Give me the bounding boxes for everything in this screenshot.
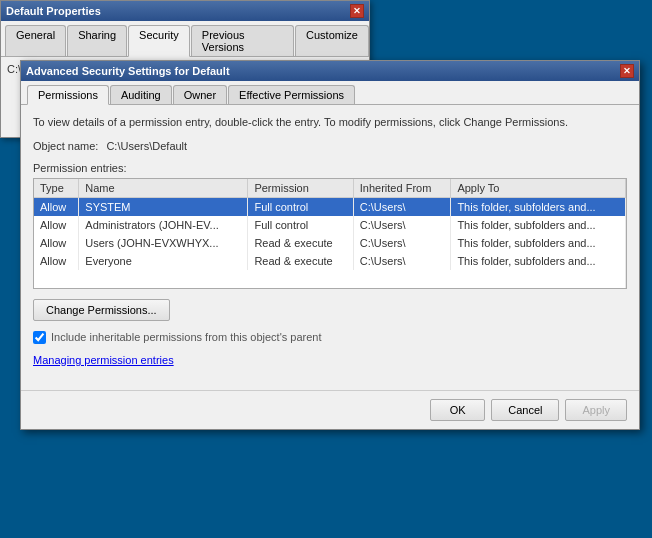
adv-titlebar: Advanced Security Settings for Default ✕: [21, 61, 639, 81]
cell-inherited: C:\Users\: [353, 252, 451, 270]
apply-button[interactable]: Apply: [565, 399, 627, 421]
change-perms-wrapper: Change Permissions...: [33, 299, 627, 331]
cell-apply-to: This folder, subfolders and...: [451, 216, 626, 234]
cell-apply-to: This folder, subfolders and...: [451, 198, 626, 216]
perm-table-wrapper: Type Name Permission Inherited From Appl…: [33, 178, 627, 289]
table-row[interactable]: Allow Everyone Read & execute C:\Users\ …: [34, 252, 626, 270]
cell-permission: Read & execute: [248, 252, 353, 270]
cell-inherited: C:\Users\: [353, 198, 451, 216]
cell-type: Allow: [34, 234, 79, 252]
inherit-checkbox-row: Include inheritable permissions from thi…: [33, 331, 627, 344]
table-row-empty: [34, 270, 626, 288]
object-name-label: Object name:: [33, 140, 98, 152]
adv-tab-permissions[interactable]: Permissions: [27, 85, 109, 105]
cancel-button[interactable]: Cancel: [491, 399, 559, 421]
perm-entries-label: Permission entries:: [33, 162, 627, 174]
object-name-value: C:\Users\Default: [106, 140, 187, 152]
outer-close-button[interactable]: ✕: [350, 4, 364, 18]
outer-tab-general[interactable]: General: [5, 25, 66, 56]
col-type: Type: [34, 179, 79, 198]
cell-name: SYSTEM: [79, 198, 248, 216]
object-name-row: Object name: C:\Users\Default: [33, 140, 627, 152]
outer-tab-customize[interactable]: Customize: [295, 25, 369, 56]
table-row[interactable]: Allow Users (JOHN-EVXWHYX... Read & exec…: [34, 234, 626, 252]
col-apply-to: Apply To: [451, 179, 626, 198]
inherit-checkbox[interactable]: [33, 331, 46, 344]
outer-window-title: Default Properties: [6, 5, 350, 17]
adv-dialog-title: Advanced Security Settings for Default: [26, 65, 620, 77]
adv-footer: OK Cancel Apply: [21, 390, 639, 429]
ok-button[interactable]: OK: [430, 399, 485, 421]
perm-table-header: Type Name Permission Inherited From Appl…: [34, 179, 626, 198]
col-name: Name: [79, 179, 248, 198]
managing-permission-entries-link[interactable]: Managing permission entries: [33, 354, 627, 366]
adv-security-dialog: Advanced Security Settings for Default ✕…: [20, 60, 640, 430]
cell-name: Users (JOHN-EVXWHYX...: [79, 234, 248, 252]
outer-tab-security[interactable]: Security: [128, 25, 190, 57]
outer-tab-previous-versions[interactable]: Previous Versions: [191, 25, 294, 56]
cell-name: Everyone: [79, 252, 248, 270]
adv-body: To view details of a permission entry, d…: [21, 105, 639, 390]
cell-apply-to: This folder, subfolders and...: [451, 234, 626, 252]
cell-permission: Full control: [248, 198, 353, 216]
adv-close-button[interactable]: ✕: [620, 64, 634, 78]
cell-name: Administrators (JOHN-EV...: [79, 216, 248, 234]
cell-type: Allow: [34, 216, 79, 234]
outer-tabs: General Sharing Security Previous Versio…: [1, 21, 369, 57]
cell-type: Allow: [34, 252, 79, 270]
cell-permission: Full control: [248, 216, 353, 234]
adv-tab-auditing[interactable]: Auditing: [110, 85, 172, 104]
table-row[interactable]: Allow Administrators (JOHN-EV... Full co…: [34, 216, 626, 234]
change-permissions-button[interactable]: Change Permissions...: [33, 299, 170, 321]
perm-table-body: Allow SYSTEM Full control C:\Users\ This…: [34, 198, 626, 288]
inherit-checkbox-label: Include inheritable permissions from thi…: [51, 331, 322, 343]
cell-permission: Read & execute: [248, 234, 353, 252]
perm-table: Type Name Permission Inherited From Appl…: [34, 179, 626, 288]
cell-type: Allow: [34, 198, 79, 216]
outer-titlebar: Default Properties ✕: [1, 1, 369, 21]
outer-tab-sharing[interactable]: Sharing: [67, 25, 127, 56]
col-permission: Permission: [248, 179, 353, 198]
adv-tab-owner[interactable]: Owner: [173, 85, 227, 104]
cell-apply-to: This folder, subfolders and...: [451, 252, 626, 270]
adv-tabs: Permissions Auditing Owner Effective Per…: [21, 81, 639, 105]
table-row[interactable]: Allow SYSTEM Full control C:\Users\ This…: [34, 198, 626, 216]
adv-tab-effective-permissions[interactable]: Effective Permissions: [228, 85, 355, 104]
col-inherited: Inherited From: [353, 179, 451, 198]
adv-description: To view details of a permission entry, d…: [33, 115, 627, 130]
cell-inherited: C:\Users\: [353, 216, 451, 234]
cell-inherited: C:\Users\: [353, 234, 451, 252]
